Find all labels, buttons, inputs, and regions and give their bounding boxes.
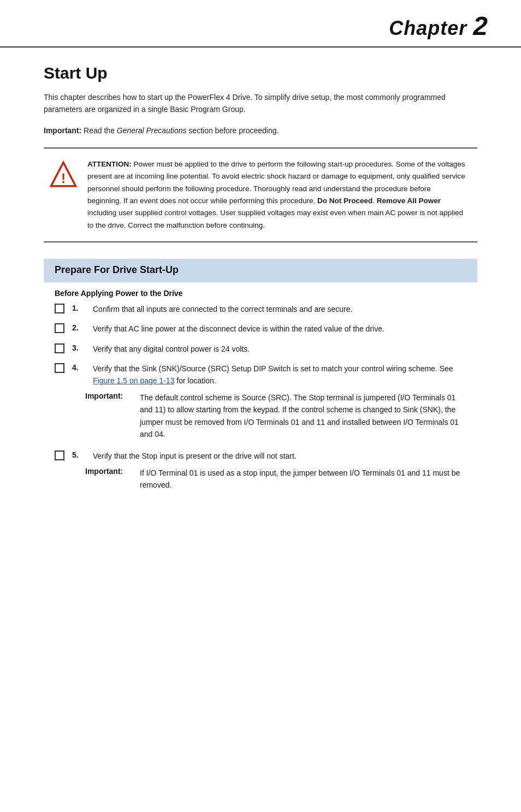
note-4-inner: Important: The default control scheme is…: [85, 392, 466, 441]
note-5-content: If I/O Terminal 01 is used as a stop inp…: [140, 467, 466, 491]
prepare-title: Prepare For Drive Start-Up: [55, 264, 179, 275]
figure-link[interactable]: Figure 1.5 on page 1-13: [93, 376, 174, 385]
important-read: Read the: [84, 126, 117, 135]
attention-bold2: Remove All Power: [377, 197, 441, 205]
attention-text: ATTENTION: Power must be applied to the …: [87, 158, 466, 232]
item-text-2: Verify that AC line power at the disconn…: [93, 323, 466, 335]
subsection-title: Before Applying Power to the Drive: [55, 282, 466, 303]
attention-bold1: Do Not Proceed: [317, 197, 372, 205]
important-note: Important: Read the General Precautions …: [44, 125, 477, 137]
checklist-item-4-row: 4. Verify that the Sink (SNK)/Source (SR…: [55, 363, 466, 387]
chapter-header: Chapter 2: [0, 0, 521, 48]
item-text-4-before: Verify that the Sink (SNK)/Source (SRC) …: [93, 364, 453, 373]
checklist: 1. Confirm that all inputs are connected…: [55, 303, 466, 494]
checkbox-1[interactable]: [55, 304, 64, 313]
important-suffix: section before proceeding.: [186, 126, 279, 135]
checkbox-5[interactable]: [55, 451, 64, 460]
item-text-1: Confirm that all inputs are connected to…: [93, 303, 466, 315]
item-number-2: 2.: [72, 323, 85, 332]
page: Chapter 2 Start Up This chapter describe…: [0, 0, 521, 812]
checklist-item-2: 2. Verify that AC line power at the disc…: [55, 323, 466, 335]
item-number-5: 5.: [72, 451, 85, 459]
item-text-3: Verify that any digital control power is…: [93, 343, 466, 355]
important-italic: General Precautions: [117, 126, 187, 135]
checklist-item-3: 3. Verify that any digital control power…: [55, 343, 466, 355]
note-5-inner: Important: If I/O Terminal 01 is used as…: [85, 467, 466, 491]
checkbox-4[interactable]: [55, 363, 64, 373]
page-title: Start Up: [44, 64, 477, 82]
checkbox-3[interactable]: [55, 343, 64, 353]
attention-label: ATTENTION:: [87, 160, 132, 168]
checklist-item-1: 1. Confirm that all inputs are connected…: [55, 303, 466, 315]
item-number-1: 1.: [72, 304, 85, 312]
intro-paragraph: This chapter describes how to start up t…: [44, 91, 477, 116]
note-4-label: Important:: [85, 392, 134, 441]
attention-middle: .: [372, 197, 377, 205]
note-4-content: The default control scheme is Source (SR…: [140, 392, 466, 441]
item-text-4: Verify that the Sink (SNK)/Source (SRC) …: [93, 363, 466, 387]
svg-text:!: !: [61, 171, 66, 186]
chapter-number: 2: [473, 11, 488, 40]
item-5-note: Important: If I/O Terminal 01 is used as…: [55, 467, 466, 491]
attention-suffix: including user supplied control voltages…: [87, 209, 463, 229]
item-text-4-after: for location.: [174, 376, 216, 385]
item-number-4: 4.: [72, 363, 85, 372]
important-prefix: Important:: [44, 126, 81, 135]
attention-box: ! ATTENTION: Power must be applied to th…: [44, 147, 477, 242]
checklist-item-5: 5. Verify that the Stop input is present…: [55, 450, 466, 493]
chapter-title: Chapter 2: [389, 17, 488, 39]
prepare-section-header: Prepare For Drive Start-Up: [44, 259, 477, 282]
checkbox-2[interactable]: [55, 323, 64, 333]
item-number-3: 3.: [72, 343, 85, 352]
subsection-box: Before Applying Power to the Drive 1. Co…: [44, 282, 477, 494]
main-content: Start Up This chapter describes how to s…: [0, 48, 521, 523]
item-4-note: Important: The default control scheme is…: [55, 392, 466, 441]
note-5-label: Important:: [85, 467, 134, 491]
warning-icon: !: [49, 161, 78, 189]
item-text-5: Verify that the Stop input is present or…: [93, 450, 466, 462]
checklist-item-4: 4. Verify that the Sink (SNK)/Source (SR…: [55, 363, 466, 442]
checklist-item-5-row: 5. Verify that the Stop input is present…: [55, 450, 466, 462]
chapter-label: Chapter: [389, 17, 467, 39]
